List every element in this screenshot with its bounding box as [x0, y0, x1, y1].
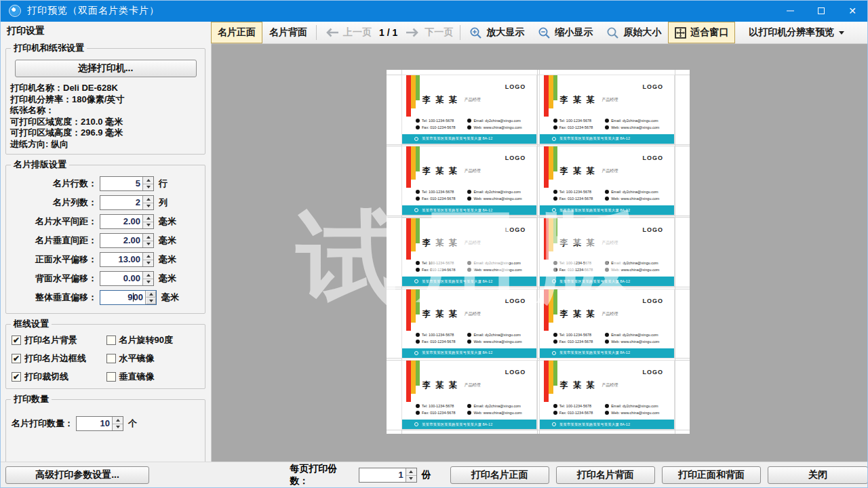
card-contacts: Tel: 100-1234-5678 Email: dy2china@xingu…	[553, 261, 670, 272]
printer-info-line: 纸张名称：	[10, 105, 201, 117]
h-spacing-label: 名片水平间距：	[10, 216, 97, 228]
print-back-button[interactable]: 打印名片背面	[556, 466, 655, 484]
fax-icon	[416, 340, 420, 344]
front-h-offset-spin-buttons[interactable]	[142, 253, 153, 266]
card-quantity-spin-buttons[interactable]	[112, 417, 123, 430]
card-address: 某某市某某区某某路某某号某某大厦 8A-12	[422, 350, 492, 355]
preview-area[interactable]: LOGO 李 某 某产品经理 Tel: 100-1234-5678 Email:…	[212, 43, 868, 462]
printer-info-line: 可打印区域高度：296.9 毫米	[10, 127, 201, 139]
h-spacing-input[interactable]: 2.00	[100, 214, 154, 229]
card-logo: LOGO	[505, 83, 526, 90]
card-contacts: Tel: 100-1234-5678 Email: dy2china@xingu…	[553, 404, 670, 415]
card-address-bar: 某某市某某区某某路某某号某某大厦 8A-12	[540, 348, 674, 358]
card-cols-spin-buttons[interactable]	[142, 196, 153, 209]
card-job-title: 产品经理	[601, 383, 618, 387]
phone-icon	[553, 333, 557, 337]
checkbox-print-card-background[interactable]: 打印名片背景	[12, 334, 106, 346]
zoom-in-button[interactable]: 放大显示	[462, 22, 531, 43]
select-printer-button[interactable]: 选择打印机...	[15, 60, 197, 77]
location-icon	[552, 208, 556, 212]
advanced-print-settings-button[interactable]: 高级打印参数设置...	[5, 466, 149, 484]
card-address: 某某市某某区某某路某某号某某大厦 8A-12	[422, 208, 492, 213]
overall-v-offset-input[interactable]: 900	[100, 290, 157, 305]
next-page-button[interactable]: 下一页	[400, 22, 458, 43]
checkbox-mirror-horizontal[interactable]: 水平镜像	[106, 352, 201, 365]
app-icon	[9, 5, 21, 17]
card-quantity-input[interactable]: 10	[76, 416, 123, 431]
card-address: 某某市某某区某某路某某号某某大厦 8A-12	[559, 279, 630, 284]
location-icon	[552, 422, 556, 426]
business-card: LOGO 李 某 某产品经理 Tel: 100-1234-5678 Email:…	[539, 360, 675, 430]
close-button[interactable]: ✕	[837, 0, 868, 22]
window-title: 打印预览（双面名片类卡片）	[27, 5, 159, 17]
location-icon	[414, 351, 418, 355]
fit-window-button[interactable]: 适合窗口	[668, 22, 735, 43]
print-both-button[interactable]: 打印正面和背面	[662, 466, 761, 484]
card-logo: LOGO	[643, 83, 664, 90]
card-contacts: Tel: 100-1234-5678 Email: dy2china@xingu…	[416, 119, 532, 129]
card-rows-spin-buttons[interactable]	[142, 177, 153, 190]
copies-unit: 份	[422, 469, 431, 481]
card-contacts: Tel: 100-1234-5678 Email: dy2china@xingu…	[553, 333, 670, 344]
prev-page-button[interactable]: 上一页	[319, 22, 376, 43]
titlebar: 打印预览（双面名片类卡片） ✕	[0, 0, 868, 22]
fax-icon	[416, 125, 420, 129]
phone-icon	[416, 333, 420, 337]
bottom-bar: 高级打印参数设置... 每页打印份数： 1 份 打印名片正面 打印名片背面 打印…	[0, 462, 868, 488]
zoom-out-button[interactable]: 缩小显示	[531, 22, 599, 43]
card-logo: LOGO	[505, 226, 526, 233]
back-h-offset-input[interactable]: 0.00	[100, 271, 154, 286]
front-h-offset-unit: 毫米	[159, 253, 176, 266]
mirror-horizontal-label: 水平镜像	[119, 352, 155, 365]
close-dialog-button[interactable]: 关闭	[768, 466, 868, 484]
print-cut-lines-checkbox-icon	[12, 372, 21, 382]
printer-info-line: 打印机名称：Deli DE-628K	[10, 83, 201, 94]
paper-sheet: LOGO 李 某 某产品经理 Tel: 100-1234-5678 Email:…	[387, 70, 690, 434]
caret-down-icon	[839, 31, 844, 37]
card-address: 某某市某某区某某路某某号某某大厦 8A-12	[559, 208, 630, 213]
back-h-offset-spin-buttons[interactable]	[142, 272, 153, 285]
checkbox-mirror-vertical[interactable]: 垂直镜像	[106, 371, 201, 383]
checkbox-print-card-border[interactable]: 打印名片边框线	[12, 352, 106, 365]
close-icon: ✕	[848, 6, 856, 16]
card-logo: LOGO	[643, 369, 664, 375]
card-name: 李 某 某	[560, 95, 596, 104]
location-icon	[552, 351, 556, 355]
h-spacing-unit: 毫米	[159, 216, 176, 228]
v-spacing-spin-buttons[interactable]	[142, 234, 153, 247]
printer-paper-group: 打印机和纸张设置 选择打印机... 打印机名称：Deli DE-628K打印机分…	[5, 42, 205, 155]
copies-per-page-value: 1	[359, 468, 406, 482]
printer-resolution-preview-dropdown[interactable]: 以打印机分辨率预览	[742, 22, 851, 43]
tab-card-front[interactable]: 名片正面	[211, 22, 262, 43]
phone-icon	[416, 190, 420, 194]
front-h-offset-input[interactable]: 13.00	[100, 252, 154, 267]
location-icon	[414, 422, 418, 426]
card-address: 某某市某某区某某路某某号某某大厦 8A-12	[422, 136, 492, 141]
checkbox-print-cut-lines[interactable]: 打印裁切线	[12, 371, 106, 383]
print-card-background-checkbox-icon	[12, 336, 21, 345]
checkbox-rotate-90[interactable]: 名片旋转90度	[106, 334, 201, 346]
card-rows-input[interactable]: 5	[100, 176, 154, 191]
copies-per-page-input[interactable]: 1	[359, 468, 417, 483]
original-size-button[interactable]: 原始大小	[599, 22, 668, 43]
print-front-button[interactable]: 打印名片正面	[450, 466, 549, 484]
tab-card-back[interactable]: 名片背面	[262, 22, 314, 43]
front-h-offset-label: 正面水平偏移：	[10, 253, 97, 266]
email-icon	[467, 119, 471, 123]
business-card: LOGO 李 某 某产品经理 Tel: 100-1234-5678 Email:…	[539, 146, 675, 216]
card-job-title: 产品经理	[465, 383, 481, 387]
h-spacing-spin-buttons[interactable]	[142, 215, 153, 228]
copies-spin-buttons[interactable]	[406, 468, 416, 482]
panel-title: 打印设置	[0, 22, 211, 38]
card-job-title: 产品经理	[601, 241, 618, 245]
v-spacing-input[interactable]: 2.00	[100, 233, 154, 248]
location-icon	[414, 279, 418, 283]
card-cols-input[interactable]: 2	[100, 195, 154, 210]
arrow-right-icon	[405, 27, 421, 38]
minimize-button[interactable]	[774, 0, 806, 22]
maximize-button[interactable]	[806, 0, 837, 22]
mirror-horizontal-checkbox-icon	[106, 354, 116, 363]
magnifier-icon	[606, 26, 619, 39]
overall-v-offset-spin-buttons[interactable]	[145, 291, 156, 304]
card-name: 李 某 某	[560, 166, 596, 176]
